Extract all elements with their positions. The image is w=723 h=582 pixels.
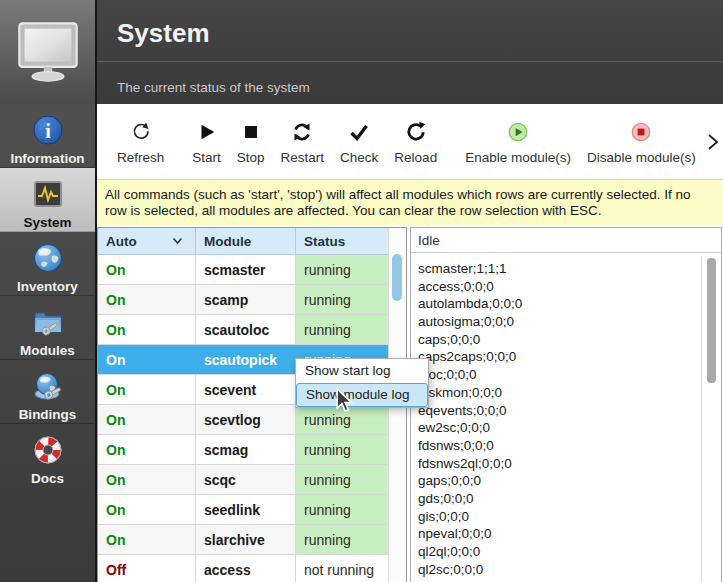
log-scrollbar-thumb[interactable]	[707, 258, 716, 383]
app-logo	[0, 0, 95, 104]
left-column: i Information System	[0, 0, 97, 582]
log-entry: caps2caps;0;0;0	[418, 348, 721, 366]
start-button[interactable]: Start	[184, 111, 229, 173]
table-scrollbar-thumb[interactable]	[392, 254, 402, 301]
column-header-auto[interactable]: Auto	[98, 228, 196, 254]
log-entry: ql2sc;0;0;0	[418, 561, 721, 579]
toolbar-overflow-button[interactable]	[704, 131, 723, 153]
table-body: OnscmasterrunningOnscamprunningOnscautol…	[98, 255, 388, 582]
sidebar-item-modules[interactable]: Modules	[0, 296, 95, 360]
disable-icon	[630, 118, 652, 146]
folder-wrench-icon	[31, 306, 65, 338]
log-scrollbar[interactable]	[701, 256, 721, 582]
button-label: Reload	[394, 150, 437, 165]
sidebar-item-docs[interactable]: Docs	[0, 424, 95, 488]
check-button[interactable]: Check	[332, 111, 386, 173]
auto-cell: On	[98, 435, 196, 464]
table-row[interactable]: Onscmagrunning	[98, 435, 388, 465]
log-entry: diskmon;0;0;0	[418, 384, 721, 402]
info-icon: i	[32, 114, 64, 146]
log-entry: fdsnws2ql;0;0;0	[418, 455, 721, 473]
auto-cell: On	[98, 375, 196, 404]
lifebuoy-icon	[32, 434, 64, 466]
auto-cell: On	[98, 405, 196, 434]
column-header-status[interactable]: Status	[296, 228, 388, 254]
status-cell: running	[296, 315, 388, 344]
table-row[interactable]: Onscamprunning	[98, 285, 388, 315]
status-log-list: scmaster;1;1;1access;0;0;0autolambda;0;0…	[411, 253, 721, 578]
table-header: Auto Module Status	[98, 228, 388, 255]
log-entry: ql2ql;0;0;0	[418, 543, 721, 561]
button-label: Restart	[281, 150, 325, 165]
globe-icon	[32, 242, 64, 274]
refresh-icon	[129, 118, 153, 146]
module-cell: scamp	[196, 285, 296, 314]
refresh-button[interactable]: Refresh	[109, 111, 172, 173]
restart-icon	[290, 118, 314, 146]
auto-cell: On	[98, 345, 196, 374]
sidebar: i Information System	[0, 104, 95, 582]
module-cell: scautopick	[196, 345, 296, 374]
auto-cell: Off	[98, 555, 196, 582]
auto-cell: On	[98, 255, 196, 284]
sidebar-item-label: System	[23, 215, 71, 230]
reload-icon	[404, 118, 428, 146]
table-row[interactable]: Onslarchiverunning	[98, 525, 388, 555]
sidebar-item-information[interactable]: i Information	[0, 104, 95, 168]
table-row[interactable]: Onscmasterrunning	[98, 255, 388, 285]
log-entry: autolambda;0;0;0	[418, 295, 721, 313]
mouse-cursor	[336, 388, 355, 418]
enable-icon	[507, 118, 529, 146]
log-entry: gis;0;0;0	[418, 508, 721, 526]
stop-button[interactable]: Stop	[229, 111, 273, 173]
auto-cell: On	[98, 495, 196, 524]
module-cell: access	[196, 555, 296, 582]
sidebar-item-label: Information	[10, 151, 84, 166]
auto-cell: On	[98, 285, 196, 314]
sidebar-item-label: Modules	[20, 343, 75, 358]
log-entry: dloc;0;0;0	[418, 366, 721, 384]
stop-icon	[240, 118, 262, 146]
status-cell: running	[296, 285, 388, 314]
log-entry: scmaster;1;1;1	[418, 260, 721, 278]
table-row[interactable]: Onscautolocrunning	[98, 315, 388, 345]
module-cell: seedlink	[196, 495, 296, 524]
sidebar-item-label: Inventory	[17, 279, 78, 294]
sidebar-item-inventory[interactable]: Inventory	[0, 232, 95, 296]
status-cell: running	[296, 495, 388, 524]
log-entry: autosigma;0;0;0	[418, 313, 721, 331]
log-entry: gaps;0;0;0	[418, 472, 721, 490]
log-entry: gds;0;0;0	[418, 490, 721, 508]
button-label: Enable module(s)	[465, 150, 571, 165]
disable-modules-button[interactable]: Disable module(s)	[579, 111, 704, 173]
restart-button[interactable]: Restart	[273, 111, 333, 173]
status-log-panel: Idle scmaster;1;1;1access;0;0;0autolambd…	[410, 227, 722, 582]
toolbar: Refresh Start Stop Restar	[97, 104, 723, 179]
sidebar-item-bindings[interactable]: Bindings	[0, 360, 95, 424]
button-label: Refresh	[117, 150, 164, 165]
sidebar-item-label: Docs	[31, 471, 64, 486]
module-cell: scmaster	[196, 255, 296, 284]
sidebar-item-system[interactable]: System	[0, 168, 95, 232]
module-cell: slarchive	[196, 525, 296, 554]
button-label: Stop	[237, 150, 265, 165]
menu-item-show-module-log[interactable]: Show module log	[296, 383, 428, 407]
status-log-title: Idle	[411, 228, 721, 253]
reload-button[interactable]: Reload	[386, 111, 445, 173]
table-row[interactable]: Onscqcrunning	[98, 465, 388, 495]
log-entry: caps;0;0;0	[418, 331, 721, 349]
status-cell: not running	[296, 555, 388, 582]
sort-chevron-icon	[172, 237, 183, 245]
page-title: System	[117, 18, 210, 49]
log-entry: eqevents;0;0;0	[418, 402, 721, 420]
table-row[interactable]: Onseedlinkrunning	[98, 495, 388, 525]
page-header: System The current status of the system	[97, 0, 723, 104]
table-row[interactable]: Offaccessnot running	[98, 555, 388, 582]
status-cell: running	[296, 525, 388, 554]
module-cell: scautoloc	[196, 315, 296, 344]
menu-item-show-start-log[interactable]: Show start log	[296, 359, 428, 383]
button-label: Check	[340, 150, 378, 165]
column-header-module[interactable]: Module	[196, 228, 296, 254]
banner-line: row is selected, all modules are affecte…	[105, 203, 715, 219]
enable-modules-button[interactable]: Enable module(s)	[457, 111, 579, 173]
